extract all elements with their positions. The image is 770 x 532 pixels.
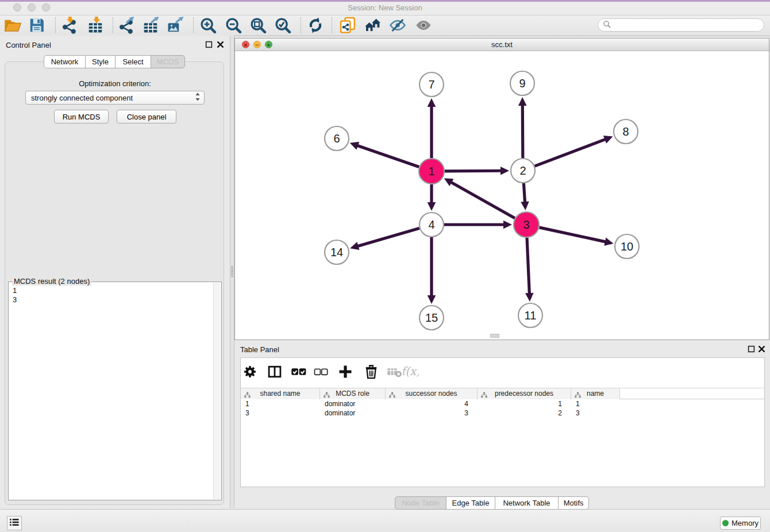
- open-file-icon[interactable]: [4, 17, 21, 34]
- table-cell[interactable]: dominator: [320, 399, 386, 408]
- export-table-icon[interactable]: [142, 17, 159, 34]
- zoom-out-icon[interactable]: [225, 17, 242, 34]
- graph-node-10[interactable]: 10: [615, 234, 639, 259]
- table-cell[interactable]: dominator: [320, 408, 386, 418]
- column-header-MCDS-role[interactable]: MCDS role: [320, 388, 386, 399]
- add-row-icon[interactable]: [337, 364, 353, 380]
- svg-text:f(x): f(x): [403, 365, 419, 378]
- app-titlebar: Session: New Session: [0, 0, 770, 16]
- control-panel-float-icon[interactable]: [205, 41, 213, 48]
- criterion-dropdown[interactable]: strongly connected component: [25, 91, 205, 105]
- table-panel-float-icon[interactable]: [748, 345, 755, 353]
- graph-edge-3-10[interactable]: [539, 228, 613, 246]
- toolbar-separator: [193, 17, 194, 33]
- graph-edge-4-3[interactable]: [444, 221, 512, 229]
- export-network-icon[interactable]: [117, 17, 134, 34]
- task-history-button[interactable]: [7, 516, 22, 530]
- graph-node-4[interactable]: 4: [419, 213, 444, 237]
- list-icon: [9, 518, 20, 529]
- graph-edge-2-8[interactable]: [535, 136, 613, 166]
- run-mcds-button[interactable]: Run MCDS: [54, 110, 109, 124]
- network-canvas[interactable]: 7968124314101511: [235, 51, 769, 340]
- zoom-in-icon[interactable]: [199, 17, 217, 34]
- mcds-result-item[interactable]: 3: [13, 295, 17, 304]
- import-network-icon[interactable]: [60, 17, 78, 34]
- table-cell[interactable]: 3: [241, 408, 320, 418]
- graph-edge-1-6[interactable]: [350, 142, 419, 167]
- graph-edge-1-4[interactable]: [428, 184, 436, 211]
- graph-edge-2-3[interactable]: [521, 183, 529, 210]
- column-header-successor-nodes[interactable]: successor nodes: [386, 388, 478, 399]
- column-header-name[interactable]: name: [571, 388, 620, 399]
- app-title: Session: New Session: [0, 3, 770, 12]
- hide-details-icon[interactable]: [389, 17, 406, 34]
- graph-node-11[interactable]: 11: [518, 303, 542, 327]
- column-header-predecessor-nodes[interactable]: predecessor nodes: [478, 388, 571, 399]
- network-window-titlebar[interactable]: scc.txt: [235, 38, 769, 51]
- window-resize-grip[interactable]: [490, 334, 499, 338]
- result-scrollbar[interactable]: [213, 283, 221, 499]
- control-panel-close-icon[interactable]: [217, 41, 224, 48]
- apply-layout-icon[interactable]: [307, 17, 324, 34]
- graph-node-15[interactable]: 15: [419, 306, 444, 330]
- graph-node-7[interactable]: 7: [419, 72, 444, 97]
- show-column-icon[interactable]: [267, 364, 283, 380]
- import-table-icon[interactable]: [87, 17, 104, 34]
- graph-node-2[interactable]: 2: [511, 159, 535, 183]
- settings-gear-icon[interactable]: [242, 364, 258, 380]
- panel-splitter[interactable]: [230, 36, 234, 508]
- criterion-value: strongly connected component: [31, 94, 195, 102]
- splitter-grip-icon[interactable]: [231, 265, 233, 277]
- show-details-icon[interactable]: [415, 17, 432, 34]
- table-cell[interactable]: 1: [571, 399, 620, 408]
- column-type-icon: [389, 391, 395, 397]
- tab-mcds[interactable]: MCDS: [151, 55, 185, 68]
- table-cell[interactable]: 2: [478, 408, 571, 418]
- graph-edge-1-7[interactable]: [428, 98, 436, 158]
- zoom-fit-icon[interactable]: [249, 17, 267, 34]
- graph-node-3[interactable]: 3: [514, 212, 539, 237]
- select-all-checks-icon[interactable]: [290, 364, 306, 380]
- deselect-all-checks-icon[interactable]: [313, 364, 329, 380]
- tab-node-table[interactable]: Node Table: [395, 496, 446, 510]
- tab-style[interactable]: Style: [85, 55, 116, 68]
- table-row[interactable]: 1dominator411: [241, 399, 764, 408]
- tab-motifs[interactable]: Motifs: [558, 496, 589, 510]
- graph-edge-4-14[interactable]: [350, 228, 419, 250]
- search-box[interactable]: [598, 18, 764, 32]
- graph-node-8[interactable]: 8: [614, 119, 638, 144]
- graph-edge-3-11[interactable]: [525, 238, 534, 302]
- table-cell[interactable]: 4: [386, 399, 478, 408]
- clone-network-icon[interactable]: [339, 17, 356, 34]
- tab-edge-table[interactable]: Edge Table: [446, 496, 495, 510]
- graph-node-14[interactable]: 14: [325, 240, 349, 264]
- zoom-selected-icon[interactable]: [274, 17, 291, 34]
- column-type-icon: [324, 391, 330, 397]
- table-row[interactable]: 3dominator323: [241, 408, 764, 418]
- graph-edge-2-9[interactable]: [518, 97, 527, 158]
- mcds-result-item[interactable]: 1: [13, 286, 17, 295]
- close-panel-button[interactable]: Close panel: [117, 110, 176, 124]
- graph-edge-4-15[interactable]: [428, 237, 436, 304]
- table-cell[interactable]: 3: [571, 408, 620, 418]
- graph-node-1[interactable]: 1: [419, 159, 444, 184]
- table-cell[interactable]: 1: [241, 399, 320, 408]
- table-cell[interactable]: 3: [386, 408, 478, 418]
- graph-node-6[interactable]: 6: [325, 126, 349, 151]
- graph-node-9[interactable]: 9: [510, 71, 534, 95]
- first-neighbors-icon[interactable]: [364, 17, 382, 34]
- tab-network[interactable]: Network: [44, 55, 86, 68]
- column-header-shared-name[interactable]: shared name: [241, 388, 320, 399]
- graph-edge-3-1[interactable]: [444, 178, 515, 218]
- search-input[interactable]: [614, 21, 764, 30]
- graph-edge-1-2[interactable]: [445, 167, 509, 175]
- export-image-icon[interactable]: [167, 17, 184, 34]
- save-session-icon[interactable]: [28, 17, 45, 34]
- tab-select[interactable]: Select: [115, 55, 151, 68]
- table-panel-close-icon[interactable]: [758, 345, 765, 353]
- memory-button-label: Memory: [732, 519, 759, 527]
- delete-row-icon[interactable]: [363, 364, 379, 380]
- table-cell[interactable]: 1: [478, 399, 571, 408]
- tab-network-table[interactable]: Network Table: [495, 496, 559, 510]
- memory-button[interactable]: Memory: [720, 516, 761, 530]
